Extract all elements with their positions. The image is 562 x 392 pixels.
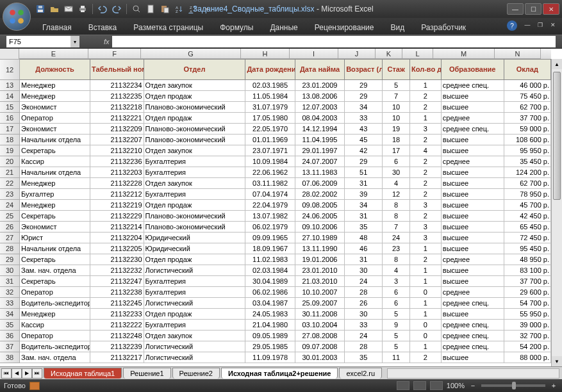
cell[interactable]: 21132230 (90, 254, 144, 265)
cell[interactable]: 24.07.2007 (295, 156, 344, 167)
quickprint-icon[interactable] (77, 3, 88, 15)
cell[interactable]: 24 (383, 233, 410, 243)
cell[interactable]: 21132229 (90, 211, 144, 222)
cell[interactable]: 95 450 р. (504, 243, 550, 254)
cell[interactable]: 21132247 (90, 276, 144, 287)
cell[interactable]: 10.10.2007 (295, 287, 344, 298)
cell[interactable]: 12.07.2003 (295, 102, 344, 113)
cell[interactable]: высшее (441, 276, 504, 287)
cell[interactable]: 2 (409, 102, 441, 113)
cell[interactable]: Экономист (20, 124, 90, 135)
cell[interactable]: Бухгалтерия (144, 287, 245, 298)
cell[interactable]: Оператор (20, 113, 90, 124)
cell[interactable]: Отдел закупок (144, 145, 245, 156)
cell[interactable]: 2 (409, 211, 441, 222)
cell[interactable]: Планово-экономический (144, 222, 245, 233)
cell[interactable]: 21132235 (90, 91, 144, 102)
cell[interactable]: 3 (409, 200, 441, 211)
cell[interactable]: Бухгалтерия (144, 167, 245, 178)
cell[interactable]: 24 (345, 331, 383, 341)
table-header-cell[interactable]: Табельный номер (90, 60, 144, 80)
cell[interactable]: 5 (383, 331, 410, 341)
cell[interactable]: 07.04.1974 (245, 189, 295, 200)
cell[interactable]: Отдел продаж (144, 91, 245, 102)
cell[interactable]: 21132228 (90, 178, 144, 189)
paste-icon[interactable] (159, 3, 170, 15)
cell[interactable]: Юридический (144, 233, 245, 243)
cell[interactable]: Менеджер (20, 80, 90, 91)
zoom-out-button[interactable]: − (468, 381, 477, 390)
column-header[interactable]: H (241, 49, 290, 59)
cell[interactable]: 21.04.1980 (245, 320, 295, 331)
cell[interactable]: 8 (383, 200, 410, 211)
cell[interactable]: 35 (345, 352, 383, 363)
cell[interactable]: среднее (441, 287, 504, 298)
cell[interactable]: 8 (383, 211, 410, 222)
cell[interactable]: 31 (345, 211, 383, 222)
cell[interactable]: 9 (383, 320, 410, 331)
cell[interactable]: 1 (409, 298, 441, 309)
cell[interactable]: 31 (345, 178, 383, 189)
cell[interactable]: 45 700 р. (504, 200, 550, 211)
page-break-view-button[interactable] (430, 381, 443, 390)
table-header-cell[interactable]: Образование (441, 60, 504, 80)
cell[interactable]: 30.04.1989 (245, 276, 295, 287)
cell[interactable]: 06.02.1979 (245, 222, 295, 233)
cell[interactable]: 31.07.1979 (245, 102, 295, 113)
cell[interactable]: 02.03.1984 (245, 265, 295, 276)
cell[interactable]: 2 (409, 352, 441, 363)
ribbon-tab[interactable]: Разработчик (413, 20, 474, 35)
cell[interactable]: 2 (409, 254, 441, 265)
cell[interactable]: 0 (409, 331, 441, 341)
row-header[interactable]: 18 (0, 135, 20, 145)
cell[interactable]: Бухгалтерия (144, 276, 245, 287)
tab-nav-last[interactable]: ⏭ (32, 368, 42, 379)
column-header[interactable]: M (433, 49, 495, 59)
cell[interactable]: Водитель-экспедитор (20, 298, 90, 309)
cell[interactable]: 2 (409, 178, 441, 189)
row-header[interactable]: 14 (0, 91, 20, 102)
cell[interactable]: Менеджер (20, 200, 90, 211)
cell[interactable]: 72 450 р. (504, 233, 550, 243)
cell[interactable]: 03.10.2004 (295, 320, 344, 331)
cell[interactable]: 21132233 (90, 309, 144, 320)
cell[interactable]: 25.09.2007 (295, 298, 344, 309)
column-header[interactable]: J (338, 49, 376, 59)
cell[interactable]: 5 (383, 341, 410, 352)
open-icon[interactable] (49, 3, 60, 15)
cell[interactable]: среднее (441, 113, 504, 124)
cell[interactable]: 39 000 р. (504, 320, 550, 331)
cell[interactable]: 21132218 (90, 102, 144, 113)
cell[interactable]: Отдел закупок (144, 178, 245, 189)
cell[interactable]: 2 (409, 156, 441, 167)
cell[interactable]: среднее спец. (441, 80, 504, 91)
cell[interactable]: 2 (409, 91, 441, 102)
cell[interactable]: 83 100 р. (504, 265, 550, 276)
sheet-tab[interactable]: Решение1 (123, 368, 170, 379)
workbook-restore-button[interactable]: ❐ (535, 20, 545, 29)
cell[interactable]: высшее (441, 233, 504, 243)
cell[interactable]: 13.07.1982 (245, 211, 295, 222)
cell[interactable]: 13.08.2006 (295, 91, 344, 102)
cell[interactable]: 10 (383, 113, 410, 124)
cell[interactable]: 11.05.1984 (245, 91, 295, 102)
horizontal-scrollbar[interactable] (387, 368, 559, 379)
close-button[interactable]: ✕ (543, 3, 559, 15)
cell[interactable]: Оператор (20, 287, 90, 298)
scroll-down-icon[interactable]: ▼ (552, 356, 562, 366)
cell[interactable]: 5 (383, 80, 410, 91)
cell[interactable]: 09.08.2005 (295, 200, 344, 211)
cell[interactable]: Бухгалтер (20, 189, 90, 200)
cell[interactable]: 1 (409, 243, 441, 254)
scroll-up-icon[interactable]: ▲ (552, 59, 562, 69)
table-header-cell[interactable]: Дата рождения (245, 60, 295, 80)
cell[interactable]: 24 (345, 276, 383, 287)
cell[interactable]: среднее спец. (441, 298, 504, 309)
cell[interactable]: 21132236 (90, 156, 144, 167)
row-header[interactable]: 28 (0, 243, 20, 254)
cell[interactable]: 43 (345, 124, 383, 135)
cell[interactable]: высшее (441, 265, 504, 276)
cell[interactable]: 3 (409, 233, 441, 243)
row-header[interactable]: 15 (0, 102, 20, 113)
cell[interactable]: 32 700 р. (504, 331, 550, 341)
